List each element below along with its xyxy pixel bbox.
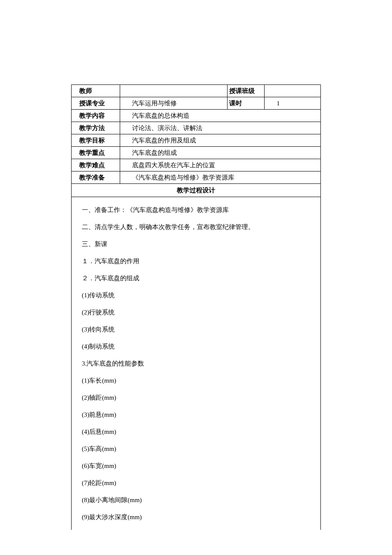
table-row: 教学过程设计	[72, 184, 321, 197]
label-method: 教学方法	[72, 122, 120, 134]
content-line: (9)最大涉水深度(mm)	[82, 509, 310, 526]
content-line: (2)轴距(mm)	[82, 389, 310, 406]
content-line: (6)车宽(mm)	[82, 457, 310, 474]
content-line: ２．汽车底盘的组成	[82, 270, 310, 287]
content-line: 3.汽车底盘的性能参数	[82, 355, 310, 372]
lesson-content-cell: 一、准备工作：《汽车底盘构造与维修》教学资源库 二、清点学生人数，明确本次教学任…	[72, 197, 321, 530]
value-method: 讨论法、演示法、讲解法	[120, 122, 321, 134]
content-line: 二、清点学生人数，明确本次教学任务，宣布教室纪律管理。	[82, 218, 310, 235]
value-goal: 汽车底盘的作用及组成	[120, 134, 321, 147]
table-row: 教学难点 底盘四大系统在汽车上的位置	[72, 159, 321, 171]
value-major: 汽车运用与维修	[120, 97, 228, 110]
value-class	[265, 85, 321, 97]
value-difficulty: 底盘四大系统在汽车上的位置	[120, 159, 321, 171]
table-row: 授课专业 汽车运用与维修 课时 1	[72, 97, 321, 110]
section-title: 教学过程设计	[72, 184, 321, 197]
value-content: 汽车底盘的总体构造	[120, 110, 321, 122]
label-difficulty: 教学难点	[72, 159, 120, 171]
label-major: 授课专业	[72, 97, 120, 110]
content-line: (7)轮距(mm)	[82, 474, 310, 491]
content-line: (1)车长(mm)	[82, 372, 310, 389]
value-hours: 1	[265, 97, 321, 110]
content-line: (1)传动系统	[82, 287, 310, 304]
value-teacher	[120, 85, 228, 97]
label-content: 教学内容	[72, 110, 120, 122]
table-row: 教学目标 汽车底盘的作用及组成	[72, 134, 321, 147]
table-row: 教学重点 汽车底盘的组成	[72, 147, 321, 159]
content-line: (5)车高(mm)	[82, 440, 310, 457]
lesson-content: 一、准备工作：《汽车底盘构造与维修》教学资源库 二、清点学生人数，明确本次教学任…	[82, 197, 310, 530]
label-goal: 教学目标	[72, 134, 120, 147]
table-row: 教学内容 汽车底盘的总体构造	[72, 110, 321, 122]
table-row: 教学方法 讨论法、演示法、讲解法	[72, 122, 321, 134]
content-line: (3)转向系统	[82, 321, 310, 338]
label-teacher: 教师	[72, 85, 120, 97]
content-line: (4)后悬(mm)	[82, 423, 310, 440]
value-keypoint: 汽车底盘的组成	[120, 147, 321, 159]
content-line: １．汽车底盘的作用	[82, 253, 310, 270]
label-prep: 教学准备	[72, 171, 120, 184]
label-keypoint: 教学重点	[72, 147, 120, 159]
content-line: (8)最小离地间隙(mm)	[82, 491, 310, 509]
table-row: 教师 授课班级	[72, 85, 321, 97]
content-line: (3)前悬(mm)	[82, 406, 310, 423]
content-line: (2)行驶系统	[82, 304, 310, 321]
content-line: 三、新课	[82, 235, 310, 253]
value-prep: 《汽车底盘构造与维修》教学资源库	[120, 171, 321, 184]
table-row: 一、准备工作：《汽车底盘构造与维修》教学资源库 二、清点学生人数，明确本次教学任…	[72, 197, 321, 530]
content-line: 一、准备工作：《汽车底盘构造与维修》教学资源库	[82, 201, 310, 218]
label-class: 授课班级	[227, 85, 265, 97]
label-hours: 课时	[227, 97, 265, 110]
table-row: 教学准备 《汽车底盘构造与维修》教学资源库	[72, 171, 321, 184]
lesson-plan-table: 教师 授课班级 授课专业 汽车运用与维修 课时 1 教学内容 汽车底盘的总体构造…	[71, 84, 321, 530]
content-line: (4)制动系统	[82, 338, 310, 355]
document-page: 教师 授课班级 授课专业 汽车运用与维修 课时 1 教学内容 汽车底盘的总体构造…	[0, 0, 392, 530]
